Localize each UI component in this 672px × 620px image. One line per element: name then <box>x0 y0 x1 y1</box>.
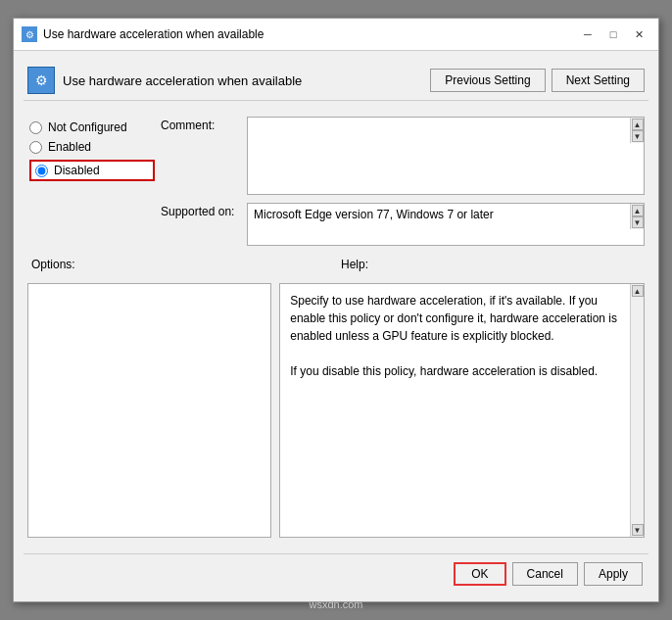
header-buttons: Previous Setting Next Setting <box>430 69 645 92</box>
radio-disabled-input[interactable] <box>35 165 48 177</box>
title-bar: ⚙ Use hardware acceleration when availab… <box>14 19 658 51</box>
window-title: Use hardware acceleration when available <box>43 27 264 41</box>
left-panel: Not Configured Enabled Disabled <box>24 113 161 250</box>
radio-not-configured-label: Not Configured <box>48 120 127 134</box>
help-scrollbar: ▲ ▼ <box>630 284 644 537</box>
help-paragraph-2: If you disable this policy, hardware acc… <box>290 362 634 380</box>
header-icon: ⚙ <box>27 67 55 94</box>
help-area: Specify to use hardware acceleration, if… <box>279 283 645 538</box>
bottom-section: Specify to use hardware acceleration, if… <box>24 279 648 542</box>
supported-scroll-up[interactable]: ▲ <box>632 205 644 216</box>
supported-scroll-down[interactable]: ▼ <box>632 216 644 228</box>
options-area <box>27 283 271 538</box>
close-button[interactable]: ✕ <box>627 24 650 44</box>
scroll-up-arrow[interactable]: ▲ <box>632 119 644 130</box>
comment-label: Comment: <box>161 117 239 132</box>
help-paragraph-1: Specify to use hardware acceleration, if… <box>290 292 634 345</box>
bottom-buttons: OK Cancel Apply <box>24 553 648 592</box>
radio-enabled-input[interactable] <box>29 141 42 154</box>
prev-setting-button[interactable]: Previous Setting <box>430 69 545 92</box>
minimize-button[interactable]: ─ <box>576 24 600 44</box>
header-title: Use hardware acceleration when available <box>63 73 302 88</box>
ok-button[interactable]: OK <box>454 562 505 586</box>
window-icon: ⚙ <box>22 26 37 42</box>
options-label-wrapper: Options: <box>27 258 329 271</box>
help-text-area: Specify to use hardware acceleration, if… <box>280 284 644 537</box>
supported-row: Supported on: Microsoft Edge version 77,… <box>161 203 645 246</box>
supported-value: Microsoft Edge version 77, Windows 7 or … <box>248 204 630 225</box>
options-label: Options: <box>27 258 79 271</box>
supported-box: Microsoft Edge version 77, Windows 7 or … <box>247 203 645 246</box>
help-label: Help: <box>337 258 372 271</box>
comment-scrollbar: ▲ ▼ <box>630 118 644 143</box>
title-controls: ─ □ ✕ <box>576 24 650 44</box>
supported-label: Supported on: <box>161 203 239 218</box>
help-label-wrapper: Help: <box>337 258 645 271</box>
radio-not-configured[interactable]: Not Configured <box>29 120 155 134</box>
radio-enabled-label: Enabled <box>48 140 91 154</box>
apply-button[interactable]: Apply <box>584 562 643 586</box>
radio-disabled[interactable]: Disabled <box>29 160 155 181</box>
radio-not-configured-input[interactable] <box>29 121 42 134</box>
main-body: Not Configured Enabled Disabled Comment: <box>24 113 648 250</box>
main-window: ⚙ Use hardware acceleration when availab… <box>13 18 659 602</box>
title-bar-left: ⚙ Use hardware acceleration when availab… <box>22 26 264 42</box>
cancel-button[interactable]: Cancel <box>512 562 578 586</box>
help-scroll-up[interactable]: ▲ <box>632 285 644 297</box>
comment-row: Comment: ▲ ▼ <box>161 117 645 195</box>
header-row: ⚙ Use hardware acceleration when availab… <box>24 61 648 101</box>
radio-enabled[interactable]: Enabled <box>29 140 155 154</box>
radio-disabled-label: Disabled <box>54 164 100 177</box>
next-setting-button[interactable]: Next Setting <box>552 69 645 92</box>
section-labels-row: Options: Help: <box>24 258 648 271</box>
content-area: ⚙ Use hardware acceleration when availab… <box>14 51 658 601</box>
scroll-down-arrow[interactable]: ▼ <box>632 130 644 142</box>
right-panel: Comment: ▲ ▼ Supported on: Microsof <box>161 113 648 250</box>
comment-input[interactable] <box>248 118 630 194</box>
header-left: ⚙ Use hardware acceleration when availab… <box>27 67 302 94</box>
help-scroll-down[interactable]: ▼ <box>632 524 644 536</box>
maximize-button[interactable]: □ <box>601 24 625 44</box>
comment-box: ▲ ▼ <box>247 117 645 195</box>
supported-scrollbar: ▲ ▼ <box>630 204 644 229</box>
